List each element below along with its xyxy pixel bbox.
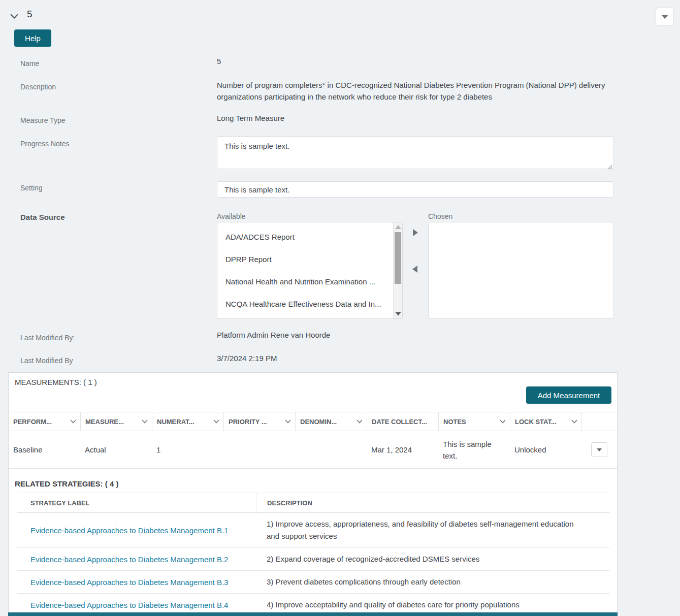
- chevron-down-icon: [213, 419, 219, 424]
- scroll-down-arrow-icon[interactable]: [395, 312, 401, 316]
- column-header-performance[interactable]: PERFORM...: [9, 412, 80, 431]
- column-header-numerator[interactable]: NUMERAT...: [152, 412, 223, 431]
- scrollbar-thumb[interactable]: [395, 232, 401, 284]
- strategy-link[interactable]: Evidence-based Approaches to Diabetes Ma…: [30, 555, 228, 564]
- cell-lock-status: Unlocked: [510, 444, 581, 456]
- progress-notes-textarea[interactable]: This is sample text.: [217, 136, 614, 169]
- last-modified-by-label: Last Modified By:: [20, 334, 75, 342]
- last-modified-date-value: 3/7/2024 2:19 PM: [217, 354, 277, 363]
- add-measurement-button[interactable]: Add Measurement: [526, 386, 611, 404]
- strategy-link[interactable]: Evidence-based Approaches to Diabetes Ma…: [30, 526, 228, 535]
- move-to-chosen-button[interactable]: [413, 229, 418, 236]
- description-value: Number of program completers* in CDC-rec…: [217, 79, 618, 103]
- strategy-link[interactable]: Evidence-based Approaches to Diabetes Ma…: [30, 578, 228, 587]
- column-header-denominator[interactable]: DENOMIN...: [295, 412, 367, 431]
- last-modified-by-value: Platform Admin Rene van Hoorde: [217, 331, 330, 339]
- setting-input[interactable]: [217, 181, 614, 198]
- column-header-notes[interactable]: NOTES: [438, 412, 510, 431]
- section-collapse-chevron-icon[interactable]: [9, 11, 19, 21]
- row-actions-button[interactable]: [591, 442, 607, 457]
- measure-detail-page: 5 Help Name 5 Description Number of prog…: [0, 0, 680, 616]
- data-source-label: Data Source: [20, 213, 65, 221]
- column-header-measure[interactable]: MEASURE...: [80, 412, 152, 431]
- dropdown-arrow-icon: [597, 448, 602, 451]
- strategy-description: 3) Prevent diabetes complications throug…: [256, 571, 609, 593]
- available-option[interactable]: National Health and Nutrition Examinatio…: [217, 271, 402, 293]
- cell-notes: This is sample text.: [438, 438, 510, 462]
- measure-type-label: Measure Type: [20, 116, 65, 124]
- help-button[interactable]: Help: [14, 29, 51, 47]
- listbox-scrollbar[interactable]: [393, 222, 402, 318]
- scroll-up-arrow-icon[interactable]: [395, 225, 401, 229]
- measurement-row: Baseline Actual 1 Mar 1, 2024 This is sa…: [9, 431, 617, 469]
- strategy-link[interactable]: Evidence-based Approaches to Diabetes Ma…: [30, 601, 228, 609]
- related-strategies-title: RELATED STRATEGIES: ( 4 ): [15, 479, 118, 488]
- last-modified-date-label: Last Modified By: [20, 356, 73, 365]
- available-option[interactable]: DPRP Report: [217, 248, 402, 271]
- measurements-panel: MEASUREMENTS: ( 1 ) Add Measurement PERF…: [8, 372, 618, 612]
- setting-label: Setting: [20, 184, 43, 192]
- chevron-down-icon: [285, 419, 291, 424]
- chevron-down-icon: [70, 419, 76, 424]
- cell-measure: Actual: [80, 444, 152, 456]
- cell-numerator: 1: [152, 444, 223, 456]
- name-value: 5: [217, 57, 221, 66]
- available-option[interactable]: NCQA Healthcare Effectiveness Data and I…: [217, 293, 402, 315]
- section-menu-button[interactable]: [656, 8, 674, 26]
- chevron-down-icon: [500, 419, 506, 424]
- column-header-strategy-label: STRATEGY LABEL: [17, 493, 256, 512]
- measurements-table-header: PERFORM... MEASURE... NUMERAT... PRIORIT…: [9, 412, 617, 431]
- dropdown-arrow-icon: [661, 15, 668, 19]
- column-header-lock-status[interactable]: LOCK STAT...: [510, 412, 581, 431]
- related-strategies-table: STRATEGY LABEL DESCRIPTION Evidence-base…: [17, 493, 609, 616]
- move-to-available-button[interactable]: [412, 266, 417, 273]
- column-header-date-collected[interactable]: DATE COLLECT...: [367, 412, 438, 431]
- chosen-listbox[interactable]: [428, 222, 614, 319]
- chevron-down-icon: [142, 419, 148, 424]
- next-section-header-bar[interactable]: [8, 612, 618, 616]
- column-header-actions: [581, 412, 617, 431]
- column-header-priority[interactable]: PRIORITY ...: [223, 412, 295, 431]
- chevron-down-icon: [357, 419, 363, 424]
- cell-performance: Baseline: [9, 444, 80, 456]
- strategy-row: Evidence-based Approaches to Diabetes Ma…: [17, 513, 609, 548]
- chosen-label: Chosen: [428, 212, 452, 220]
- available-option[interactable]: ADA/ADCES Report: [217, 226, 402, 248]
- measurements-title: MEASUREMENTS: ( 1 ): [15, 378, 97, 386]
- page-title: 5: [27, 9, 33, 20]
- measurements-table: PERFORM... MEASURE... NUMERAT... PRIORIT…: [9, 412, 617, 469]
- resize-grip-icon[interactable]: [607, 163, 612, 172]
- strategy-description: 2) Expand coverage of recognized-accredi…: [256, 548, 609, 570]
- available-label: Available: [217, 212, 246, 220]
- progress-notes-label: Progress Notes: [20, 140, 69, 148]
- description-label: Description: [20, 83, 56, 91]
- measure-type-value: Long Term Measure: [217, 114, 284, 122]
- related-strategies-header: STRATEGY LABEL DESCRIPTION: [17, 493, 609, 513]
- strategy-row: Evidence-based Approaches to Diabetes Ma…: [17, 571, 609, 594]
- column-header-description: DESCRIPTION: [256, 493, 609, 512]
- available-listbox[interactable]: ADA/ADCES Report DPRP Report National He…: [217, 222, 403, 319]
- name-label: Name: [20, 59, 39, 68]
- strategy-description: 1) Improve access, appropriateness, and …: [256, 513, 609, 547]
- chevron-down-icon: [571, 419, 577, 424]
- strategy-row: Evidence-based Approaches to Diabetes Ma…: [17, 548, 609, 571]
- cell-date-collected: Mar 1, 2024: [367, 444, 438, 456]
